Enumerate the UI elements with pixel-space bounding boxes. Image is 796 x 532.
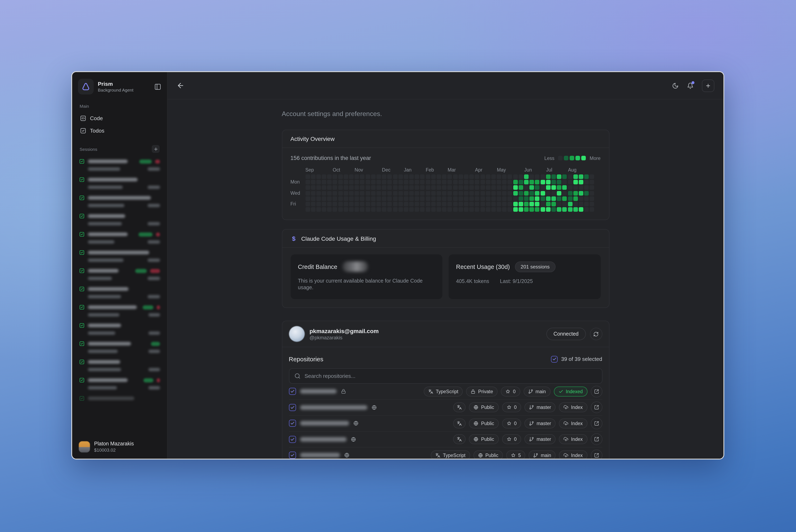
repo-checkbox[interactable] [289, 420, 296, 427]
notification-dot [691, 81, 695, 84]
repo-name-redacted [300, 421, 349, 426]
contribution-cell [459, 185, 463, 190]
external-link-button[interactable] [591, 434, 602, 445]
repo-checkbox[interactable] [289, 388, 296, 395]
repo-checkbox[interactable] [289, 404, 296, 411]
index-button[interactable]: Index [559, 434, 587, 444]
sidebar-item-todos[interactable]: Todos [77, 124, 162, 137]
new-session-button[interactable] [702, 79, 714, 92]
contribution-cell [508, 191, 512, 195]
session-title-redacted [88, 232, 128, 236]
contribution-cell [442, 180, 446, 184]
session-subtitle-redacted [88, 240, 114, 243]
contribution-cell [311, 191, 315, 195]
search-input[interactable] [304, 373, 597, 379]
contribution-cell [453, 196, 458, 201]
session-item[interactable] [77, 285, 162, 300]
contribution-cell [497, 202, 501, 206]
session-title-redacted [88, 324, 121, 327]
contribution-cell [387, 185, 392, 190]
contribution-cell [486, 202, 490, 206]
contribution-cell [513, 180, 518, 184]
session-item[interactable] [77, 212, 162, 227]
session-item[interactable] [77, 394, 162, 403]
session-deletions-badge [155, 159, 160, 164]
contribution-cell [442, 202, 446, 206]
session-item[interactable] [77, 193, 162, 209]
contribution-cell [562, 207, 567, 212]
contribution-cell [475, 191, 479, 195]
contribution-cell [387, 207, 392, 212]
activity-title: Activity Overview [291, 135, 335, 142]
session-item[interactable] [77, 339, 162, 355]
contribution-cell [491, 196, 496, 201]
contribution-cell [557, 174, 561, 179]
globe-icon [344, 453, 349, 458]
contribution-cell [382, 174, 386, 179]
session-additions-badge [143, 305, 153, 309]
todos-icon [80, 128, 86, 134]
back-button[interactable] [177, 82, 185, 90]
contribution-cell [497, 207, 501, 212]
contribution-cell [333, 185, 337, 190]
tokens-text: 405.4K tokens [456, 279, 489, 284]
session-item[interactable] [77, 376, 162, 391]
indexed-badge[interactable]: Indexed [554, 386, 587, 397]
contribution-cell [415, 207, 419, 212]
refresh-button[interactable] [590, 328, 602, 340]
credit-balance-description: This is your current available balance f… [298, 278, 435, 291]
contribution-cell [398, 180, 403, 184]
contribution-cell [420, 185, 425, 190]
session-item[interactable] [77, 157, 162, 172]
session-item[interactable] [77, 303, 162, 318]
index-button[interactable]: Index [559, 418, 587, 429]
session-item[interactable] [77, 248, 162, 264]
notifications-button[interactable] [687, 82, 693, 89]
contribution-cell [387, 196, 392, 201]
contribution-cell [502, 207, 507, 212]
session-item[interactable] [77, 230, 162, 245]
external-link-button[interactable] [591, 386, 602, 397]
contribution-cell [376, 185, 381, 190]
contribution-cell [437, 207, 441, 212]
session-item[interactable] [77, 358, 162, 373]
contribution-cell [513, 196, 518, 201]
session-item[interactable] [77, 175, 162, 191]
contribution-cell [551, 207, 556, 212]
contribution-cell [590, 196, 594, 201]
external-link-button[interactable] [591, 450, 602, 459]
legend-level-3 [576, 156, 580, 160]
contribution-cell [409, 185, 414, 190]
connected-button[interactable]: Connected [547, 328, 586, 340]
session-title-redacted [88, 159, 128, 163]
stars-badge: 0 [502, 402, 521, 413]
add-session-button[interactable] [152, 145, 160, 153]
repo-checkbox[interactable] [289, 452, 296, 459]
contribution-cell [573, 180, 578, 184]
external-link-button[interactable] [591, 402, 602, 413]
contribution-cell [393, 202, 397, 206]
user-footer[interactable]: Platon Mazarakis $10003.02 [77, 439, 162, 453]
contribution-cell [306, 196, 310, 201]
page-subtitle: Account settings and preferences. [282, 110, 609, 118]
index-button[interactable]: Index [559, 402, 587, 413]
index-button[interactable]: Index [559, 450, 587, 459]
theme-toggle-icon[interactable] [672, 82, 679, 89]
contribution-cell [530, 180, 534, 184]
panel-toggle-icon[interactable] [154, 83, 161, 90]
repo-checkbox[interactable] [289, 436, 296, 443]
select-all-checkbox[interactable] [551, 356, 558, 362]
contribution-cell [573, 185, 578, 190]
external-link-button[interactable] [591, 418, 602, 429]
sidebar-item-code[interactable]: Code [77, 112, 162, 124]
session-item[interactable] [77, 321, 162, 337]
visibility-badge: Private [466, 386, 498, 397]
cloud-upload-icon [563, 453, 569, 458]
contribution-cell [376, 180, 381, 184]
session-item[interactable] [77, 266, 162, 282]
contribution-cell [306, 207, 310, 212]
contribution-cell [579, 174, 583, 179]
content-scroll[interactable]: Account settings and preferences. Activi… [167, 99, 723, 459]
contribution-cell [371, 202, 376, 206]
contribution-cell [590, 185, 594, 190]
